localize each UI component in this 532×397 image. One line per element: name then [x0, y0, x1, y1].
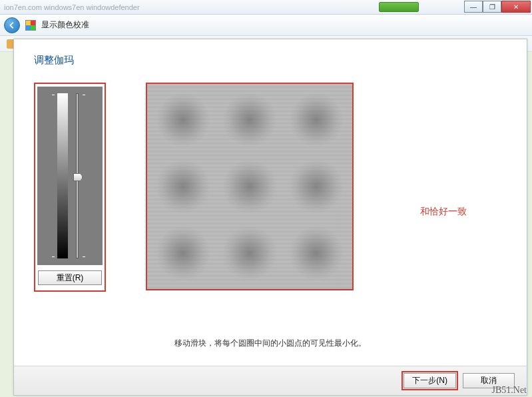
close-window-button[interactable]: ✕	[501, 1, 531, 13]
tick-icon	[83, 95, 85, 95]
maximize-button[interactable]: ❐	[483, 1, 501, 13]
gamma-dot	[156, 226, 210, 280]
gamma-dot	[223, 226, 276, 280]
minimize-button[interactable]: —	[464, 1, 483, 13]
next-button[interactable]: 下一步(N)	[403, 373, 456, 388]
color-calibration-icon	[25, 20, 36, 31]
address-bar-text: ion7en.com windows7en windowdefender	[4, 3, 140, 11]
gamma-dot	[156, 93, 210, 147]
browser-chrome: ion7en.com windows7en windowdefender — ❐…	[0, 0, 532, 15]
content-row: 重置(R)	[34, 83, 507, 292]
instruction-text: 移动滑块，将每个圆圈中间的小圆点的可见性最小化。	[14, 338, 527, 349]
wizard-header: 显示颜色校准	[0, 15, 532, 36]
gamma-dot	[290, 160, 343, 213]
back-button[interactable]	[4, 17, 20, 33]
window-controls: — ❐ ✕	[464, 1, 531, 13]
wizard-footer: 下一步(N) 取消	[14, 366, 527, 395]
gamma-slider-well	[37, 87, 103, 265]
watermark: JB51.Net	[492, 385, 527, 396]
wizard-title: 显示颜色校准	[41, 19, 89, 31]
gradient-strip	[57, 93, 68, 258]
gamma-dot	[290, 93, 343, 147]
arrow-left-icon	[7, 21, 17, 30]
slider-thumb[interactable]	[73, 173, 83, 181]
tick-icon	[52, 95, 55, 95]
gamma-dot	[156, 160, 210, 213]
wizard-page: 调整伽玛 重置(R)	[13, 39, 527, 396]
tick-icon	[52, 256, 55, 257]
reset-button[interactable]: 重置(R)	[38, 270, 102, 285]
gamma-preview	[146, 83, 354, 290]
tick-icon	[83, 256, 85, 257]
gamma-dot	[223, 93, 276, 147]
annotation-text: 和恰好一致	[420, 206, 467, 218]
gamma-dot	[290, 226, 343, 280]
page-heading: 调整伽玛	[34, 54, 507, 67]
gamma-slider-panel: 重置(R)	[34, 83, 106, 292]
download-button[interactable]	[379, 2, 419, 12]
gamma-dot	[223, 160, 276, 213]
